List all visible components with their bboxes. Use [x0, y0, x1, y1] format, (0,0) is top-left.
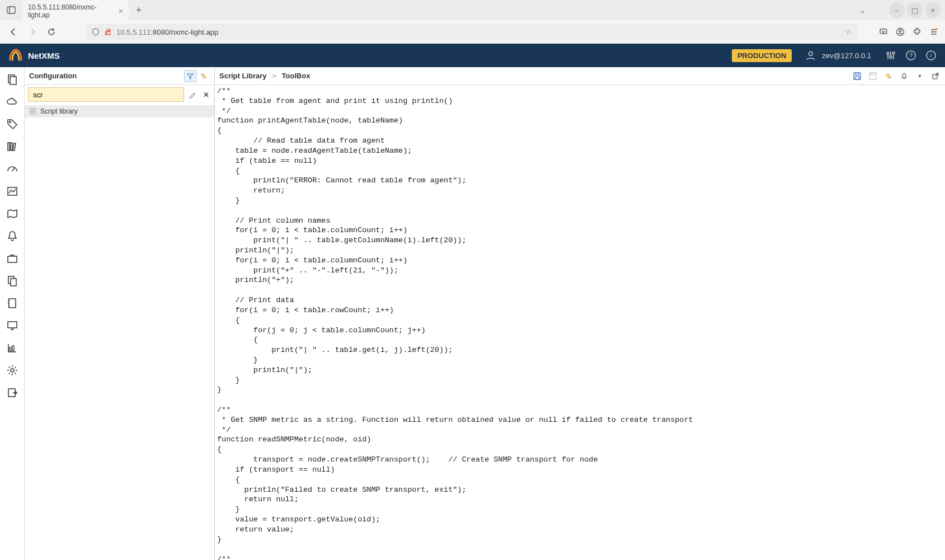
rail-copy-icon[interactable] [3, 272, 21, 290]
user-menu[interactable]: zev@127.0.0.1 [805, 50, 871, 61]
svg-rect-33 [9, 299, 16, 308]
reload-button[interactable] [45, 25, 58, 39]
breadcrumb-root[interactable]: Script Library [219, 72, 267, 80]
config-tree: Script library [25, 104, 214, 119]
user-icon [805, 50, 816, 61]
close-window-button[interactable]: × [925, 2, 941, 18]
rail-library-icon[interactable] [3, 138, 21, 156]
clear-filter-x-icon[interactable]: ✕ [201, 90, 211, 100]
svg-rect-25 [8, 143, 10, 150]
filter-toggle-icon[interactable] [184, 70, 196, 82]
app-menu-icon[interactable] [929, 27, 938, 36]
maximize-button[interactable]: ▢ [907, 2, 923, 18]
forward-button[interactable] [26, 25, 39, 39]
rail-briefcase-icon[interactable] [3, 250, 21, 267]
code-editor[interactable]: /** * Get table from agent and print it … [215, 85, 945, 560]
app-logo-icon [8, 48, 23, 63]
svg-rect-37 [8, 322, 17, 328]
pocket-icon[interactable] [879, 27, 888, 36]
svg-text:?: ? [909, 52, 913, 59]
svg-rect-53 [869, 73, 876, 79]
popout-icon[interactable] [930, 71, 941, 81]
new-tab-button[interactable]: + [131, 2, 147, 18]
svg-point-15 [887, 53, 889, 55]
pin-dropdown-icon[interactable]: ▼ [915, 71, 925, 81]
close-tab-icon[interactable]: × [119, 7, 123, 16]
rail-bell-icon[interactable] [3, 227, 21, 245]
breadcrumb: Script Library > ToolBox [219, 72, 310, 80]
editor-area: Script Library > ToolBox ▼ /** * Get tab… [215, 67, 945, 560]
browser-tab-strip: 10.5.5.111:8080/nxmc-light.ap × + ⌄ – ▢ … [0, 0, 945, 20]
save-disabled-icon [868, 71, 878, 81]
shield-icon[interactable] [92, 28, 100, 36]
sidebar-header: Configuration [25, 67, 214, 85]
help-icon[interactable]: ? [905, 49, 917, 62]
svg-rect-27 [12, 143, 15, 150]
info-icon[interactable]: i [925, 49, 937, 62]
save-icon[interactable] [852, 71, 862, 81]
svg-rect-32 [11, 279, 16, 286]
minimize-button[interactable]: – [889, 2, 905, 18]
compile-link-icon[interactable] [883, 71, 894, 81]
svg-point-24 [9, 121, 11, 123]
rail-tag-icon[interactable] [3, 115, 21, 133]
env-badge: PRODUCTION [732, 49, 792, 62]
url-text: 10.5.5.111:8080/nxmc-light.app [116, 28, 218, 36]
user-label: zev@127.0.0.1 [822, 51, 871, 60]
rail-cloud-icon[interactable] [3, 93, 21, 111]
rail-map-icon[interactable] [3, 205, 21, 223]
svg-rect-30 [8, 256, 17, 262]
svg-point-44 [11, 369, 14, 372]
rail-notebook-icon[interactable] [3, 294, 21, 312]
svg-point-17 [892, 52, 895, 54]
pin-icon[interactable] [899, 71, 909, 81]
svg-rect-23 [10, 77, 16, 84]
link-icon[interactable] [198, 70, 210, 82]
breadcrumb-current: ToolBox [281, 72, 310, 80]
settings-sliders-icon[interactable] [885, 49, 897, 62]
sidebar: Configuration ✕ Script library [25, 67, 215, 560]
browser-nav-bar: 10.5.5.111:8080/nxmc-light.app ☆ [0, 20, 945, 44]
rail-export-icon[interactable] [3, 384, 21, 402]
rail-gauge-icon[interactable] [3, 160, 21, 178]
list-tabs-icon[interactable]: ⌄ [854, 2, 870, 18]
breadcrumb-separator: > [272, 72, 276, 80]
tab-title: 10.5.5.111:8080/nxmc-light.ap [28, 3, 114, 19]
url-bar[interactable]: 10.5.5.111:8080/nxmc-light.app ☆ [86, 23, 858, 40]
svg-point-10 [935, 28, 938, 30]
tree-item-label: Script library [40, 107, 78, 115]
svg-point-6 [899, 30, 901, 32]
browser-tab[interactable]: 10.5.5.111:8080/nxmc-light.ap × [22, 0, 129, 22]
main-area: Configuration ✕ Script library Script Li… [0, 67, 945, 560]
rail-analytics-icon[interactable] [3, 339, 21, 357]
sidebar-title: Configuration [29, 72, 77, 80]
filter-row: ✕ [25, 85, 214, 104]
svg-rect-0 [7, 7, 15, 13]
back-button[interactable] [7, 25, 20, 39]
rail-chart-icon[interactable] [3, 182, 21, 200]
script-icon [29, 107, 37, 115]
svg-rect-26 [11, 143, 12, 150]
lock-insecure-icon[interactable] [104, 28, 112, 36]
app-header: NetXMS PRODUCTION zev@127.0.0.1 ? i [0, 44, 945, 67]
filter-input[interactable] [28, 87, 184, 102]
svg-rect-52 [855, 77, 859, 79]
browser-sidebar-toggle[interactable] [4, 3, 18, 17]
svg-text:i: i [930, 52, 932, 59]
svg-point-16 [890, 56, 892, 58]
svg-rect-51 [855, 73, 859, 75]
app-name: NetXMS [28, 51, 60, 60]
svg-point-11 [809, 52, 813, 56]
svg-rect-43 [12, 346, 14, 351]
tree-item-script-library[interactable]: Script library [25, 105, 214, 117]
extensions-icon[interactable] [913, 27, 922, 36]
svg-rect-54 [871, 73, 875, 75]
svg-line-28 [12, 168, 15, 171]
rail-gear-icon[interactable] [3, 361, 21, 379]
nav-rail [0, 67, 25, 560]
account-icon[interactable] [896, 27, 905, 36]
bookmark-star-icon[interactable]: ☆ [845, 28, 852, 36]
rail-files-icon[interactable] [3, 70, 21, 88]
rail-monitor-icon[interactable] [3, 317, 21, 335]
clear-filter-pencil-icon[interactable] [187, 90, 198, 100]
